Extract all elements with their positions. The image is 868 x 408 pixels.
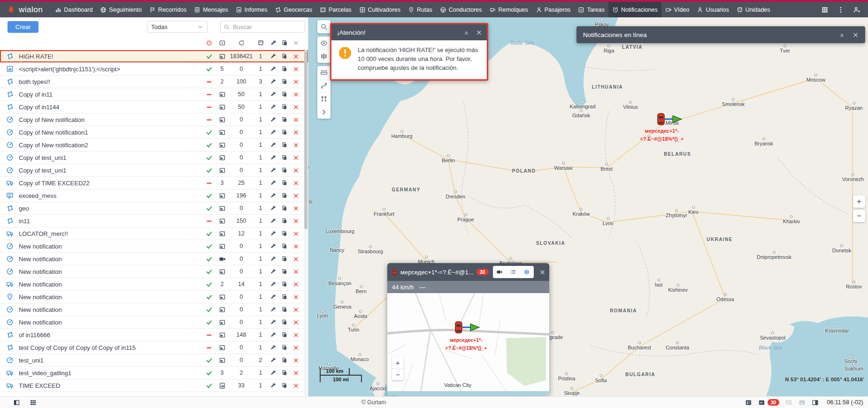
- unit-map-tab[interactable]: [520, 266, 534, 278]
- copy-icon[interactable]: [281, 294, 288, 300]
- copy-icon[interactable]: [281, 306, 288, 313]
- notifications-log-icon[interactable]: [758, 399, 765, 406]
- log-panel-icon[interactable]: [812, 399, 819, 406]
- close-icon[interactable]: [539, 269, 545, 275]
- status-enabled-icon[interactable]: [203, 319, 215, 326]
- notification-row[interactable]: TIME EXCEED331: [0, 379, 308, 392]
- wrench-icon[interactable]: [270, 104, 277, 110]
- delete-icon[interactable]: [293, 307, 299, 313]
- copy-icon[interactable]: [281, 332, 288, 338]
- wrench-icon[interactable]: [270, 78, 277, 85]
- collapse-icon[interactable]: [839, 32, 845, 38]
- wrench-icon[interactable]: [270, 382, 277, 389]
- wrench-icon[interactable]: [270, 332, 277, 338]
- notification-row[interactable]: New notification01: [0, 291, 308, 303]
- more-menu-icon[interactable]: [837, 6, 845, 14]
- nav-item-dashboard[interactable]: Dashboard: [51, 2, 96, 17]
- delete-icon[interactable]: [293, 243, 299, 249]
- copy-icon[interactable]: [281, 205, 288, 212]
- map-route-button[interactable]: [317, 79, 330, 92]
- nav-item-unidades[interactable]: Unidades: [733, 2, 774, 17]
- apps-grid-icon[interactable]: [821, 6, 829, 14]
- map-expand-button[interactable]: [317, 106, 330, 119]
- notification-row[interactable]: <script>alert('ghbdtnjc1151');</script>5…: [0, 63, 308, 76]
- nav-item-notificaciones[interactable]: Notificaciones: [608, 2, 661, 17]
- status-enabled-icon[interactable]: [203, 256, 215, 263]
- delete-icon[interactable]: [293, 383, 299, 389]
- wrench-icon[interactable]: [270, 357, 277, 363]
- notification-row[interactable]: Copy of in1144501: [0, 101, 308, 113]
- copy-icon[interactable]: [281, 370, 288, 376]
- notification-row[interactable]: LOCATOR_merc!!121: [0, 227, 308, 240]
- copy-icon[interactable]: [281, 78, 288, 85]
- units-column-icon[interactable]: [253, 39, 268, 46]
- notification-row[interactable]: Copy of New notification01: [0, 113, 308, 126]
- delete-icon[interactable]: [293, 193, 299, 199]
- copy-icon[interactable]: [281, 357, 288, 363]
- copy-icon[interactable]: [281, 180, 288, 186]
- unit-mini-map[interactable]: мерседес+1*- =?.Ё~#@1$%*()_+ Vatican Cit…: [387, 293, 549, 396]
- copy-icon[interactable]: [281, 167, 288, 174]
- delete-icon[interactable]: [293, 104, 299, 110]
- status-disabled-icon[interactable]: [203, 218, 215, 225]
- status-enabled-icon[interactable]: [203, 192, 215, 199]
- notification-row[interactable]: of in1166661481: [0, 329, 308, 341]
- delete-icon[interactable]: [293, 218, 299, 224]
- wrench-icon[interactable]: [270, 370, 277, 376]
- nav-item-mensajes[interactable]: Mensajes: [190, 2, 232, 17]
- copy-icon[interactable]: [281, 192, 288, 199]
- wrench-icon[interactable]: [270, 230, 277, 237]
- nav-item-usuarios[interactable]: Usuarios: [693, 2, 732, 17]
- delete-icon[interactable]: [293, 332, 299, 338]
- zoom-out-button[interactable]: −: [853, 210, 865, 222]
- notification-row[interactable]: Copy of test_uni101: [0, 151, 308, 164]
- wrench-icon[interactable]: [270, 66, 277, 72]
- status-disabled-icon[interactable]: [203, 104, 215, 111]
- delete-icon[interactable]: [293, 370, 299, 376]
- toggle-all-icon[interactable]: [203, 39, 215, 46]
- wrench-icon[interactable]: [270, 294, 277, 300]
- copy-icon[interactable]: [281, 154, 288, 161]
- zoom-in-button[interactable]: +: [853, 196, 865, 208]
- delete-icon[interactable]: [293, 205, 299, 212]
- status-enabled-icon[interactable]: [203, 230, 215, 237]
- wrench-icon[interactable]: [270, 91, 277, 98]
- zoom-in-button[interactable]: +: [392, 357, 404, 369]
- delete-column-icon[interactable]: [290, 40, 301, 46]
- wrench-icon[interactable]: [270, 256, 277, 262]
- wrench-icon[interactable]: [270, 192, 277, 199]
- status-enabled-icon[interactable]: [203, 66, 215, 73]
- wrench-icon[interactable]: [270, 268, 277, 275]
- delete-icon[interactable]: [293, 117, 299, 123]
- notification-row[interactable]: New notification01: [0, 265, 308, 278]
- copy-icon[interactable]: [281, 382, 288, 389]
- refresh-icon[interactable]: [229, 39, 253, 46]
- delete-icon[interactable]: [293, 231, 299, 237]
- messages-icon[interactable]: [785, 399, 792, 406]
- wrench-icon[interactable]: [270, 53, 277, 60]
- status-disabled-icon[interactable]: [203, 91, 215, 98]
- wrench-icon[interactable]: [270, 154, 277, 161]
- copy-icon[interactable]: [281, 104, 288, 110]
- copy-icon[interactable]: [281, 230, 288, 237]
- copy-icon[interactable]: [281, 344, 288, 351]
- nav-item-conductores[interactable]: Conductores: [436, 2, 486, 17]
- apps-grid-icon[interactable]: [30, 399, 37, 406]
- notification-row[interactable]: Copy of in11501: [0, 88, 308, 101]
- unit-info-tab[interactable]: [507, 266, 520, 278]
- copy-icon[interactable]: [281, 218, 288, 224]
- media-icon[interactable]: [799, 399, 806, 406]
- status-enabled-icon[interactable]: [203, 294, 215, 301]
- wrench-icon[interactable]: [270, 281, 277, 287]
- status-enabled-icon[interactable]: [203, 382, 215, 389]
- notification-row[interactable]: Copy of New notification101: [0, 126, 308, 139]
- map-search-button[interactable]: [317, 20, 330, 33]
- status-enabled-icon[interactable]: [203, 205, 215, 212]
- edit-column-icon[interactable]: [268, 39, 279, 46]
- status-enabled-icon[interactable]: [203, 306, 215, 313]
- copy-icon[interactable]: [281, 281, 288, 287]
- status-enabled-icon[interactable]: [203, 129, 215, 136]
- notification-row[interactable]: test_uni102: [0, 354, 308, 367]
- collapse-icon[interactable]: [463, 30, 469, 36]
- delete-icon[interactable]: [293, 180, 299, 186]
